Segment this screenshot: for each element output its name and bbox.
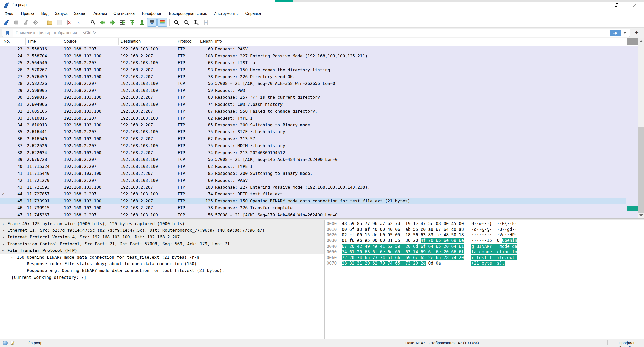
menu-item-help[interactable]: Справка (242, 10, 264, 17)
column-separator[interactable] (61, 38, 61, 45)
packet-row[interactable]: 4511.733991192.168.103.100192.168.2.207F… (0, 198, 638, 204)
menu-item-tools[interactable]: Инструменты (210, 10, 242, 17)
restore-button[interactable] (608, 0, 626, 10)
go-forward-button[interactable] (108, 18, 117, 26)
detail-row[interactable]: ›Frame 45: 125 bytes on wire (1000 bits)… (0, 220, 324, 227)
filter-history-caret[interactable] (623, 32, 626, 34)
open-file-button[interactable] (45, 18, 54, 26)
scroll-up-arrow[interactable] (639, 40, 643, 42)
start-capture-button[interactable] (2, 18, 11, 26)
scroll-down-arrow[interactable] (639, 214, 643, 216)
save-file-button[interactable] (55, 18, 64, 26)
column-header-destination[interactable]: Destination (120, 39, 141, 44)
detail-row[interactable]: ›Transmission Control Protocol, Src Port… (0, 240, 324, 247)
menu-item-view[interactable]: Вид (38, 10, 52, 17)
packet-row[interactable]: 352.616441192.168.2.207192.168.103.100FT… (0, 128, 638, 135)
packet-row[interactable]: 4311.721593192.168.103.100192.168.2.207F… (0, 184, 638, 191)
expand-icon[interactable]: › (2, 227, 4, 234)
minimize-button[interactable] (589, 0, 608, 10)
packet-row[interactable]: 312.604966192.168.2.207192.168.103.100FT… (0, 101, 638, 108)
packet-row[interactable]: 392.676728192.168.2.207192.168.103.100TC… (0, 156, 638, 163)
expand-icon[interactable]: › (2, 220, 4, 227)
packet-row[interactable]: 292.598905192.168.2.207192.168.103.100FT… (0, 87, 638, 94)
packet-row[interactable]: 232.558316192.168.2.207192.168.103.100FT… (0, 46, 638, 52)
zoom-out-button[interactable] (182, 18, 191, 26)
menu-item-edit[interactable]: Правка (18, 10, 38, 17)
zoom-original-button[interactable] (191, 18, 200, 26)
status-profile[interactable]: Профиль: Default (619, 341, 644, 347)
colorize-button[interactable] (157, 18, 167, 27)
column-separator[interactable] (214, 38, 214, 45)
column-separator[interactable] (176, 38, 176, 45)
menu-item-telephony[interactable]: Телефония (138, 10, 166, 17)
resize-columns-button[interactable] (201, 18, 210, 26)
detail-row[interactable]: ›Ethernet II, Src: b2:7d:f9:1e:47:5c (b2… (0, 227, 324, 234)
hex-row[interactable]: 0040 67 20 42 49 4e 41 52 59 20 6d 6f 64… (327, 244, 517, 249)
reload-file-button[interactable] (74, 18, 84, 26)
hex-row[interactable]: 0060 72 20 74 65 73 74 5f 66 69 6c 65 2e… (327, 255, 517, 260)
menu-item-analyze[interactable]: Анализ (90, 10, 110, 17)
close-file-button[interactable] (65, 18, 74, 26)
stop-capture-button[interactable] (12, 18, 21, 26)
packet-row[interactable]: 4411.727857192.168.2.207192.168.103.100F… (0, 191, 638, 197)
column-separator[interactable] (199, 38, 199, 45)
filter-bookmark-button[interactable] (2, 29, 13, 37)
hex-row[interactable]: 0020 02 cf 00 15 de b0 95 05 18 56 63 83… (327, 232, 517, 238)
column-header-protocol[interactable]: Protocol (178, 39, 192, 44)
packet-row[interactable]: 242.558704192.168.103.100192.168.2.207FT… (0, 52, 638, 59)
menu-item-capture[interactable]: Захват (71, 10, 90, 17)
go-to-packet-button[interactable] (118, 18, 127, 26)
detail-row[interactable]: ›File Transfer Protocol (FTP) (0, 247, 324, 254)
packet-row[interactable]: 372.622526192.168.2.207192.168.103.100FT… (0, 142, 638, 149)
menu-item-file[interactable]: Файл (1, 10, 18, 17)
packet-row[interactable]: 282.582226192.168.2.207192.168.103.100TC… (0, 80, 638, 87)
collapse-icon[interactable]: › (9, 256, 16, 258)
go-first-button[interactable] (128, 18, 137, 26)
hex-row[interactable]: 0000 48 a9 8a 77 96 a7 b2 7d f9 1e 47 5c… (327, 221, 517, 226)
scrollbar-thumb[interactable] (638, 127, 644, 213)
menu-item-wireless[interactable]: Беспроводная связь (166, 10, 210, 17)
apply-filter-button[interactable] (610, 30, 621, 36)
column-header-no[interactable]: No. (4, 39, 10, 44)
detail-row[interactable]: [Current working directory: /] (0, 274, 324, 281)
capture-options-button[interactable] (31, 18, 40, 26)
zoom-in-button[interactable] (172, 18, 181, 26)
go-back-button[interactable] (98, 18, 107, 26)
packet-row[interactable]: 4611.739915192.168.103.100192.168.2.207F… (0, 204, 638, 211)
menu-item-statistics[interactable]: Статистика (110, 10, 138, 17)
packet-row[interactable]: 382.622634192.168.103.100192.168.2.207FT… (0, 149, 638, 156)
display-filter-input[interactable] (15, 29, 595, 36)
expand-icon[interactable]: › (2, 234, 4, 240)
detail-row[interactable]: Response code: File status okay; about t… (0, 261, 324, 267)
packet-row[interactable]: 4011.715324192.168.2.207192.168.103.100F… (0, 163, 638, 170)
packet-row[interactable]: 322.605106192.168.103.100192.168.2.207FT… (0, 108, 638, 115)
packet-row[interactable]: 302.599016192.168.103.100192.168.2.207FT… (0, 94, 638, 101)
detail-row[interactable]: ›150 Opening BINARY mode data connection… (0, 254, 324, 261)
packet-list-scrollbar[interactable] (638, 38, 644, 218)
hex-row[interactable]: 0030 01 f6 eb e5 00 00 31 35 30 20 4f 70… (327, 238, 517, 243)
go-last-button[interactable] (137, 18, 146, 26)
packet-row[interactable]: 362.616540192.168.103.100192.168.2.207FT… (0, 135, 638, 142)
column-header-length[interactable]: Length (200, 39, 213, 44)
find-packet-button[interactable] (88, 18, 97, 26)
detail-row[interactable]: Response arg: Opening BINARY mode data c… (0, 267, 324, 274)
collapse-icon[interactable]: › (0, 250, 7, 251)
column-header-info[interactable]: Info (215, 39, 222, 44)
auto-scroll-button[interactable] (147, 18, 157, 27)
menu-item-go[interactable]: Запуск (52, 10, 71, 17)
hex-row[interactable]: 0070 28 32 31 20 62 79 74 65 73 29 2e 0d… (327, 260, 510, 266)
packet-row[interactable]: 4711.745367192.168.2.207192.168.103.100T… (0, 212, 638, 218)
packet-row[interactable]: 342.610913192.168.103.100192.168.2.207FT… (0, 122, 638, 128)
detail-row[interactable]: ›Internet Protocol Version 4, Src: 192.1… (0, 234, 324, 240)
column-header-source[interactable]: Source (64, 39, 77, 44)
packet-row[interactable]: 262.570267192.168.103.100192.168.2.207FT… (0, 66, 638, 73)
close-button[interactable] (626, 0, 644, 10)
column-header-time[interactable]: Time (27, 39, 36, 44)
add-filter-button[interactable]: + (633, 29, 641, 37)
expand-icon[interactable]: › (2, 240, 4, 247)
packet-row[interactable]: 332.610816192.168.2.207192.168.103.100FT… (0, 115, 638, 121)
packet-row[interactable]: 4111.715449192.168.103.100192.168.2.207F… (0, 170, 638, 177)
hex-row[interactable]: 0010 00 6f a3 af 40 00 40 06 ab 55 c0 a8… (327, 226, 517, 232)
hex-row[interactable]: 0050 74 61 20 63 6f 6e 6e 65 63 74 69 6f… (327, 249, 517, 255)
column-separator[interactable] (25, 38, 26, 45)
